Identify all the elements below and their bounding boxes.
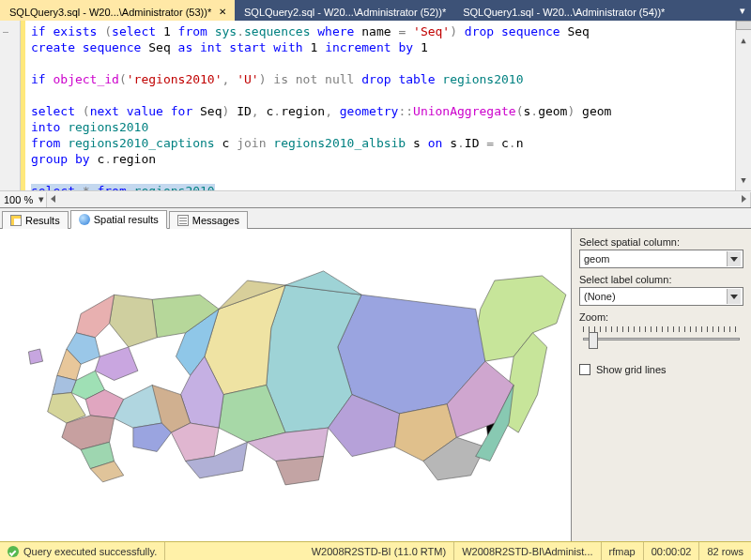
horizontal-scrollbar[interactable]	[46, 192, 751, 207]
tab-messages[interactable]: Messages	[169, 211, 248, 229]
status-server: W2008R2STD-BI (11.0 RTM)	[304, 542, 454, 560]
globe-icon	[79, 214, 90, 225]
zoom-label: Zoom:	[579, 311, 743, 323]
chevron-down-icon	[727, 289, 741, 304]
messages-icon	[177, 215, 189, 226]
label-column-label: Select label column:	[579, 274, 743, 285]
document-tabstrip: SQLQuery3.sql - W20...\Administrator (53…	[0, 0, 751, 21]
code-area[interactable]: if exists (select 1 from sys.sequences w…	[25, 21, 735, 190]
close-icon[interactable]: ✕	[217, 7, 228, 17]
spatial-column-value: geom	[584, 253, 610, 265]
spatial-column-label: Select spatial column:	[579, 236, 743, 248]
zoom-dropdown-icon[interactable]: ▾	[37, 193, 46, 205]
editor-gutter[interactable]: –	[0, 21, 21, 190]
tab-sqlquery3[interactable]: SQLQuery3.sql - W20...\Administrator (53…	[0, 0, 235, 21]
tab-label: SQLQuery1.sql - W20...\Administrator (54…	[463, 7, 665, 18]
sql-editor: – if exists (select 1 from sys.sequences…	[0, 21, 751, 208]
tab-label: SQLQuery2.sql - W20...\Administrator (52…	[244, 7, 446, 18]
result-pane: Select spatial column: geom Select label…	[0, 229, 751, 541]
tab-label: Results	[25, 215, 60, 226]
vertical-scrollbar[interactable]: ▲ ▼	[735, 21, 751, 190]
status-elapsed: 00:00:02	[644, 542, 700, 560]
tab-sqlquery1[interactable]: SQLQuery1.sql - W20...\Administrator (54…	[453, 0, 672, 21]
tab-overflow-button[interactable]: ▾	[734, 0, 751, 21]
tab-label: Spatial results	[94, 214, 159, 225]
status-rowcount: 82 rows	[699, 542, 751, 560]
checkbox-icon	[579, 364, 590, 375]
tab-results[interactable]: Results	[2, 211, 69, 229]
slider-thumb[interactable]	[589, 332, 598, 349]
tab-spatial-results[interactable]: Spatial results	[70, 210, 167, 229]
zoom-slider[interactable]	[579, 325, 743, 349]
spatial-map[interactable]	[0, 229, 571, 541]
spatial-options-panel: Select spatial column: geom Select label…	[571, 229, 751, 541]
chevron-down-icon	[727, 251, 741, 266]
status-bar: Query executed successfully. W2008R2STD-…	[0, 541, 751, 560]
zoom-level[interactable]: 100 %	[0, 194, 37, 205]
scroll-down-icon[interactable]: ▼	[741, 171, 745, 190]
tab-label: Messages	[192, 215, 239, 226]
status-message: Query executed successfully.	[23, 546, 157, 557]
show-grid-lines-checkbox[interactable]: Show grid lines	[579, 364, 743, 375]
label-column-value: (None)	[584, 291, 616, 302]
label-column-select[interactable]: (None)	[579, 287, 743, 306]
editor-footer: 100 % ▾	[0, 190, 751, 207]
scroll-up-icon[interactable]: ▲	[741, 31, 745, 51]
split-handle[interactable]	[736, 21, 752, 30]
grid-icon	[10, 215, 22, 226]
tab-label: SQLQuery3.sql - W20...\Administrator (53…	[9, 7, 211, 18]
success-icon	[8, 546, 19, 557]
status-user: W2008R2STD-BI\Administ...	[454, 542, 601, 560]
checkbox-label: Show grid lines	[596, 364, 667, 375]
spatial-column-select[interactable]: geom	[579, 250, 743, 268]
tab-sqlquery2[interactable]: SQLQuery2.sql - W20...\Administrator (52…	[235, 0, 453, 21]
status-database: rfmap	[602, 542, 644, 560]
result-tabstrip: Results Spatial results Messages	[0, 208, 751, 229]
